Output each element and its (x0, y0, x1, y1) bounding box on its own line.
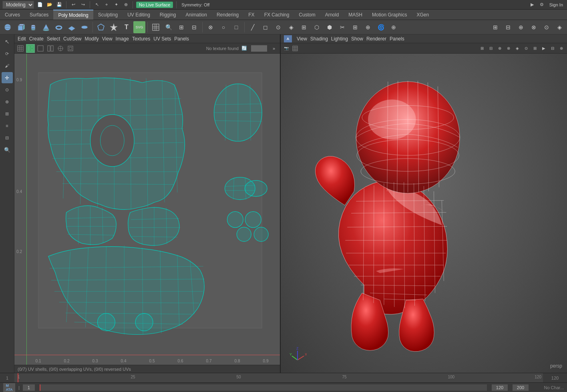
uv-exposure-slider[interactable] (251, 45, 267, 52)
face-btn[interactable]: ◻ (259, 21, 271, 33)
no-live-surface-btn[interactable]: No Live Surface (136, 2, 173, 8)
layout-tool[interactable]: ≡ (2, 120, 13, 131)
uv-menu-uvsets[interactable]: UV Sets (153, 36, 171, 42)
connect-btn[interactable]: ⊞ (349, 21, 361, 33)
tab-custom[interactable]: Custom (294, 10, 320, 20)
persp-menu-renderer[interactable]: Renderer (366, 36, 386, 42)
tab-uv-editing[interactable]: UV Editing (123, 10, 155, 20)
plane-btn[interactable] (66, 21, 78, 33)
right-extra6[interactable]: ◈ (553, 21, 565, 33)
persp-menu-view[interactable]: View (297, 36, 307, 42)
frame-end-display[interactable]: 120 (492, 384, 508, 391)
persp-tb-w4[interactable]: ⊗ (505, 44, 513, 52)
tab-surfaces[interactable]: Surfaces (25, 10, 53, 20)
persp-tb-w6[interactable]: ⊙ (522, 44, 530, 52)
uv-tb-view3[interactable] (56, 44, 65, 53)
mode-dropdown[interactable]: Modeling (2, 1, 34, 9)
tab-poly-modeling[interactable]: Poly Modeling (53, 10, 93, 20)
stack-tool[interactable]: ⊟ (2, 132, 13, 143)
extrude-btn[interactable]: ⬡ (311, 21, 323, 33)
persp-tb-w7[interactable]: ⊞ (531, 44, 539, 52)
text-btn[interactable]: T (121, 21, 133, 33)
cylinder-btn[interactable] (27, 21, 39, 33)
persp-tb-w1[interactable]: ⊞ (478, 44, 486, 52)
cone-btn[interactable] (40, 21, 52, 33)
remesh-btn[interactable]: ⊕ (388, 21, 400, 33)
persp-menu-show[interactable]: Show (351, 36, 363, 42)
unfold-tool[interactable]: ⊕ (2, 96, 13, 107)
move-tool[interactable]: ✛ (2, 72, 13, 83)
polygon-btn[interactable] (95, 21, 107, 33)
uv-menu-select[interactable]: Select (47, 36, 60, 42)
settings-icon[interactable]: ⚙ (538, 1, 545, 8)
uv-tb-view2[interactable] (46, 44, 55, 53)
select-tool[interactable]: ↖ (2, 36, 13, 47)
uv-brush-tool[interactable]: ⊙ (2, 84, 13, 95)
torus-btn[interactable] (53, 21, 65, 33)
tab-rendering[interactable]: Rendering (212, 10, 243, 20)
render-icon[interactable]: ▶ (529, 1, 536, 8)
frame-number-display[interactable]: 1 (23, 384, 35, 391)
uv-tb-sq[interactable] (66, 44, 75, 53)
persp-tb-w5[interactable]: ◈ (513, 44, 521, 52)
edge-btn[interactable]: ╱ (247, 21, 259, 33)
uv-tb-layout1[interactable] (26, 44, 35, 53)
persp-tb-w8[interactable]: ▶ (540, 44, 548, 52)
persp-tb-w10[interactable]: ⊕ (557, 44, 565, 52)
uv-menu-panels[interactable]: Panels (174, 36, 189, 42)
snap-icon[interactable]: ⊕ (122, 1, 129, 8)
persp-menu-panels[interactable]: Panels (390, 36, 404, 42)
right-extra4[interactable]: ⊗ (528, 21, 540, 33)
persp-tb-w9[interactable]: ⊟ (549, 44, 557, 52)
insert-btn[interactable]: ⬢ (324, 21, 336, 33)
persp-menu-lighting[interactable]: Lighting (331, 36, 348, 42)
rotate-view-tool[interactable]: ⟳ (2, 48, 13, 59)
sign-in-btn[interactable]: Sign In (548, 2, 565, 7)
uv-canvas[interactable]: 0.9 0.4 0.2 0.1 0.2 0.3 0.4 0.5 0.6 0.7 … (14, 54, 280, 365)
playback-speed-display[interactable]: 200 (513, 384, 529, 391)
multi-cut-btn[interactable]: ✂ (336, 21, 348, 33)
tab-xgen[interactable]: XGen (412, 10, 434, 20)
lasso-icon[interactable]: ⌖ (103, 1, 110, 8)
right-extra1[interactable]: ⊞ (489, 21, 501, 33)
uv-grid-btn[interactable] (150, 21, 162, 33)
uv-menu-create[interactable]: Create (29, 36, 44, 42)
uv-menu-textures[interactable]: Textures (132, 36, 150, 42)
target-btn[interactable]: ⊕ (362, 21, 374, 33)
uv-menu-edit[interactable]: Edit (18, 36, 26, 42)
persp-menu-shading[interactable]: Shading (310, 36, 328, 42)
smooth-btn[interactable]: 🌀 (375, 21, 387, 33)
search-tool[interactable]: 🔍 (2, 144, 13, 155)
disk-btn[interactable] (78, 21, 90, 33)
tab-sculpting[interactable]: Sculpting (93, 10, 123, 20)
persp-tb-cam[interactable]: 📷 (282, 44, 290, 52)
uv-tb-grid1[interactable] (16, 44, 25, 53)
uv-tb-view1[interactable] (36, 44, 45, 53)
tab-curves[interactable]: Curves (0, 10, 25, 20)
new-file-icon[interactable]: 📄 (36, 1, 44, 8)
right-extra2[interactable]: ⊟ (502, 21, 514, 33)
right-extra5[interactable]: ⊙ (541, 21, 553, 33)
timeline-track[interactable]: 1 25 50 75 100 120 (14, 373, 543, 382)
right-extra3[interactable]: ⊕ (515, 21, 527, 33)
circle-btn[interactable]: ○ (217, 21, 229, 33)
cube-btn[interactable] (14, 21, 26, 33)
sphere-btn[interactable] (2, 21, 14, 33)
grid-tool[interactable]: ⊞ (2, 108, 13, 119)
vert-btn[interactable]: ⊙ (272, 21, 284, 33)
tab-arnold[interactable]: Arnold (320, 10, 344, 20)
wrap-btn[interactable]: ⊗ (205, 21, 217, 33)
uv-menu-image[interactable]: Image (116, 36, 129, 42)
paint-tool[interactable]: 🖌 (2, 60, 13, 71)
svg-btn[interactable]: SVG (133, 21, 145, 33)
layout-btn[interactable]: ⊟ (188, 21, 200, 33)
tab-mash[interactable]: MASH (344, 10, 367, 20)
persp-canvas[interactable]: persp X Y Z (281, 54, 567, 373)
star-btn[interactable] (108, 21, 120, 33)
tab-fx[interactable]: FX (243, 10, 259, 20)
paint-icon[interactable]: ✦ (113, 1, 120, 8)
tab-animation[interactable]: Animation (181, 10, 212, 20)
persp-tb-w2[interactable]: ⊟ (487, 44, 495, 52)
undo-icon[interactable]: ↩ (70, 1, 77, 8)
tab-fx-caching[interactable]: FX Caching (259, 10, 294, 20)
